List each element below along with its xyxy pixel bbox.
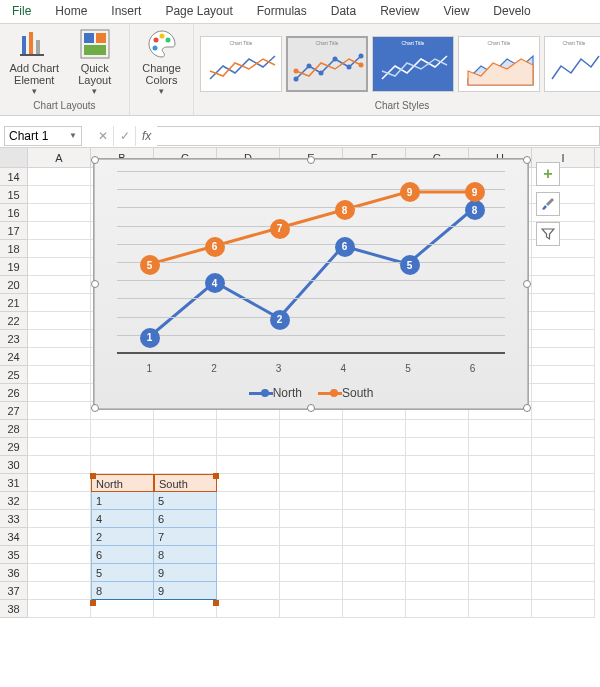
cell[interactable] bbox=[406, 546, 469, 564]
cell[interactable] bbox=[532, 582, 595, 600]
data-marker[interactable]: 8 bbox=[335, 200, 355, 220]
cell[interactable] bbox=[532, 402, 595, 420]
cell[interactable] bbox=[28, 330, 91, 348]
formula-bar[interactable] bbox=[157, 126, 600, 146]
cell[interactable] bbox=[343, 600, 406, 618]
cell[interactable] bbox=[28, 546, 91, 564]
legend-item-south[interactable]: South bbox=[318, 386, 373, 400]
resize-handle[interactable] bbox=[91, 156, 99, 164]
cell[interactable] bbox=[469, 420, 532, 438]
chart-elements-button[interactable]: + bbox=[536, 162, 560, 186]
tab-data[interactable]: Data bbox=[319, 0, 368, 23]
cell[interactable] bbox=[532, 366, 595, 384]
cell[interactable] bbox=[406, 420, 469, 438]
cell[interactable] bbox=[469, 492, 532, 510]
resize-handle[interactable] bbox=[307, 156, 315, 164]
cell[interactable]: 2 bbox=[91, 528, 154, 546]
cell[interactable] bbox=[343, 510, 406, 528]
cell[interactable] bbox=[532, 312, 595, 330]
row-header[interactable]: 34 bbox=[0, 528, 28, 546]
cell[interactable] bbox=[343, 474, 406, 492]
chart-styles-button[interactable] bbox=[536, 192, 560, 216]
cell[interactable] bbox=[343, 564, 406, 582]
cell[interactable] bbox=[469, 600, 532, 618]
row-header[interactable]: 33 bbox=[0, 510, 28, 528]
cell[interactable] bbox=[217, 528, 280, 546]
tab-insert[interactable]: Insert bbox=[99, 0, 153, 23]
cell[interactable] bbox=[217, 582, 280, 600]
resize-handle[interactable] bbox=[91, 280, 99, 288]
data-marker[interactable]: 1 bbox=[140, 328, 160, 348]
cell[interactable] bbox=[28, 474, 91, 492]
cell[interactable]: 8 bbox=[91, 582, 154, 600]
row-header[interactable]: 23 bbox=[0, 330, 28, 348]
cell[interactable] bbox=[28, 384, 91, 402]
cell[interactable] bbox=[406, 510, 469, 528]
cell[interactable] bbox=[154, 438, 217, 456]
cell[interactable] bbox=[280, 456, 343, 474]
chart-filter-button[interactable] bbox=[536, 222, 560, 246]
row-header[interactable]: 38 bbox=[0, 600, 28, 618]
resize-handle[interactable] bbox=[523, 156, 531, 164]
cell[interactable]: 5 bbox=[91, 564, 154, 582]
cell[interactable]: 6 bbox=[91, 546, 154, 564]
row-header[interactable]: 26 bbox=[0, 384, 28, 402]
cell[interactable] bbox=[406, 528, 469, 546]
cell[interactable] bbox=[28, 168, 91, 186]
cell[interactable] bbox=[217, 510, 280, 528]
cell[interactable] bbox=[28, 582, 91, 600]
row-header[interactable]: 27 bbox=[0, 402, 28, 420]
cell[interactable] bbox=[343, 420, 406, 438]
cell[interactable] bbox=[469, 564, 532, 582]
cell[interactable] bbox=[280, 528, 343, 546]
cell[interactable] bbox=[532, 438, 595, 456]
row-header[interactable]: 21 bbox=[0, 294, 28, 312]
cell[interactable] bbox=[469, 582, 532, 600]
cell[interactable] bbox=[280, 564, 343, 582]
row-header[interactable]: 20 bbox=[0, 276, 28, 294]
cell[interactable] bbox=[343, 456, 406, 474]
cell[interactable] bbox=[532, 348, 595, 366]
col-header[interactable]: A bbox=[28, 148, 91, 167]
cell[interactable] bbox=[406, 600, 469, 618]
cell[interactable] bbox=[154, 600, 217, 618]
tab-view[interactable]: View bbox=[432, 0, 482, 23]
tab-file[interactable]: File bbox=[0, 0, 43, 23]
row-header[interactable]: 25 bbox=[0, 366, 28, 384]
cell[interactable] bbox=[217, 564, 280, 582]
data-marker[interactable]: 6 bbox=[205, 237, 225, 257]
cell[interactable] bbox=[532, 492, 595, 510]
cell[interactable]: 6 bbox=[154, 510, 217, 528]
cell[interactable] bbox=[28, 312, 91, 330]
cell[interactable] bbox=[469, 546, 532, 564]
cell[interactable] bbox=[532, 258, 595, 276]
cell[interactable] bbox=[532, 294, 595, 312]
row-header[interactable]: 22 bbox=[0, 312, 28, 330]
chevron-down-icon[interactable]: ▼ bbox=[69, 131, 77, 140]
cell[interactable] bbox=[28, 510, 91, 528]
cell[interactable] bbox=[343, 528, 406, 546]
cell[interactable] bbox=[28, 204, 91, 222]
tab-page-layout[interactable]: Page Layout bbox=[153, 0, 244, 23]
cell[interactable] bbox=[217, 420, 280, 438]
cell[interactable] bbox=[532, 330, 595, 348]
cell[interactable] bbox=[280, 600, 343, 618]
data-marker[interactable]: 9 bbox=[465, 182, 485, 202]
data-marker[interactable]: 9 bbox=[400, 182, 420, 202]
cell[interactable] bbox=[91, 420, 154, 438]
enter-formula-icon[interactable]: ✓ bbox=[114, 126, 136, 146]
cell[interactable] bbox=[532, 456, 595, 474]
quick-layout-button[interactable]: Quick Layout ▾ bbox=[67, 26, 124, 96]
chart-style-2[interactable]: Chart Title bbox=[286, 36, 368, 92]
add-chart-element-button[interactable]: Add Chart Element ▾ bbox=[6, 26, 63, 96]
cell[interactable] bbox=[28, 600, 91, 618]
cell[interactable] bbox=[469, 456, 532, 474]
chart-style-1[interactable]: Chart Title bbox=[200, 36, 282, 92]
row-header[interactable]: 18 bbox=[0, 240, 28, 258]
cell[interactable] bbox=[469, 510, 532, 528]
row-header[interactable]: 29 bbox=[0, 438, 28, 456]
cell[interactable] bbox=[217, 546, 280, 564]
cell[interactable] bbox=[343, 492, 406, 510]
tab-review[interactable]: Review bbox=[368, 0, 431, 23]
cell[interactable] bbox=[154, 420, 217, 438]
